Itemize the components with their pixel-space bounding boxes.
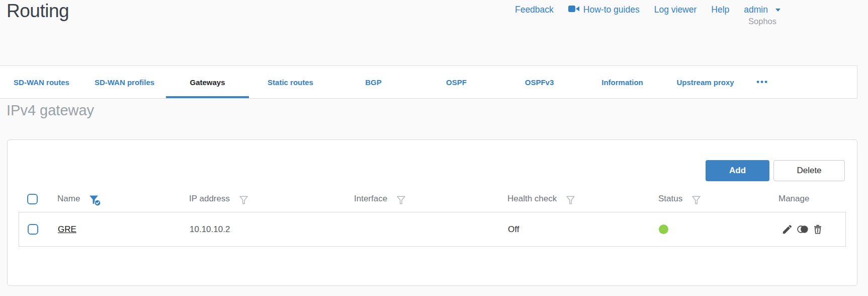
table-toolbar: Add Delete — [706, 160, 845, 181]
tab-ospf[interactable]: OSPF — [415, 66, 498, 98]
table-row: GRE 10.10.10.2 Off — [19, 212, 846, 247]
top-nav: Feedback How-to guides Log viewer Help a… — [515, 5, 780, 15]
video-camera-icon — [568, 5, 579, 15]
section-heading: IPv4 gateway — [7, 102, 94, 119]
tab-sd-wan-routes[interactable]: SD-WAN routes — [0, 66, 83, 98]
admin-menu[interactable]: admin — [744, 5, 780, 15]
row-health-check: Off — [499, 225, 650, 235]
funnel-icon[interactable] — [565, 194, 576, 206]
tab-information[interactable]: Information — [581, 66, 664, 98]
delete-button[interactable]: Delete — [773, 160, 845, 181]
admin-label: admin — [744, 5, 768, 15]
tab-gateways[interactable]: Gateways — [166, 66, 249, 98]
row-ip-address: 10.10.10.2 — [181, 225, 346, 235]
filter-active-icon[interactable] — [88, 193, 101, 206]
help-link[interactable]: Help — [711, 5, 729, 15]
tab-overflow-ellipsis[interactable]: ••• — [747, 66, 778, 98]
status-up-dot — [659, 225, 668, 234]
funnel-icon[interactable] — [238, 194, 249, 206]
log-viewer-link[interactable]: Log viewer — [654, 5, 697, 15]
gateway-name-link[interactable]: GRE — [58, 225, 76, 235]
ipv4-gateway-card: Add Delete Name IP address Interface — [7, 139, 857, 286]
column-header-health-check: Health check — [507, 194, 557, 204]
brand-label: Sophos — [748, 17, 776, 26]
howto-guides-label: How-to guides — [583, 5, 640, 15]
pencil-icon[interactable] — [782, 224, 793, 235]
log-viewer-label: Log viewer — [654, 5, 697, 15]
funnel-icon[interactable] — [690, 194, 702, 206]
tab-sd-wan-profiles[interactable]: SD-WAN profiles — [83, 66, 166, 98]
trash-icon[interactable] — [812, 224, 823, 235]
row-checkbox[interactable] — [28, 224, 38, 235]
tab-bar: SD-WAN routes SD-WAN profiles Gateways S… — [0, 65, 857, 99]
funnel-icon[interactable] — [395, 194, 407, 206]
tab-ospfv3[interactable]: OSPFv3 — [498, 66, 581, 98]
page-title: Routing — [7, 1, 69, 22]
clone-icon[interactable] — [796, 224, 809, 235]
select-all-checkbox[interactable] — [27, 194, 38, 204]
column-header-manage: Manage — [778, 194, 809, 204]
column-header-status: Status — [658, 194, 682, 204]
tab-bgp[interactable]: BGP — [332, 66, 415, 98]
howto-guides-link[interactable]: How-to guides — [568, 5, 640, 15]
column-header-name: Name — [57, 194, 80, 204]
help-label: Help — [711, 5, 729, 15]
column-header-ip-address: IP address — [189, 194, 230, 204]
tab-static-routes[interactable]: Static routes — [249, 66, 332, 98]
add-button[interactable]: Add — [706, 160, 769, 181]
feedback-link[interactable]: Feedback — [515, 5, 554, 15]
feedback-label: Feedback — [515, 5, 554, 15]
column-header-interface: Interface — [354, 194, 387, 204]
table-header: Name IP address Interface Health check — [19, 188, 846, 209]
tab-upstream-proxy[interactable]: Upstream proxy — [664, 66, 747, 98]
chevron-down-icon — [775, 9, 780, 12]
manage-actions — [782, 224, 823, 235]
